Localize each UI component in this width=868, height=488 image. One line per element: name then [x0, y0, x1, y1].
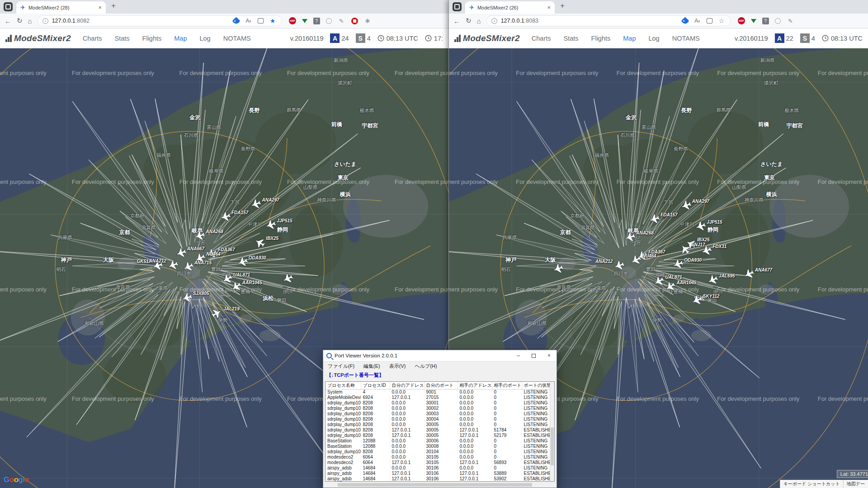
port-table-row[interactable]: sdrplay_dump109082080.0.0.0300040.0.0.00…	[326, 417, 554, 422]
port-table-column-header[interactable]: 相手のポート	[492, 382, 522, 389]
url-text: 127.0.0.1:8083	[501, 18, 538, 24]
immersive-reader-icon[interactable]	[707, 18, 712, 23]
port-table-cell: 30006	[424, 438, 458, 444]
map-place-label: 山梨県	[303, 184, 318, 191]
port-table-cell: 30005	[424, 427, 458, 433]
port-table-row[interactable]: airspy_adsb146840.0.0.0301060.0.0.00LIST…	[326, 465, 554, 471]
port-table-row[interactable]: sdrplay_dump109082080.0.0.0300030.0.0.00…	[326, 411, 554, 417]
port-table-row[interactable]: sdrplay_dump109082080.0.0.0300010.0.0.00…	[326, 400, 554, 406]
download-extension-icon[interactable]	[302, 19, 307, 23]
nav-map[interactable]: Map	[623, 35, 636, 42]
browser-tab[interactable]: ✈ ModeSMixer2 (28) ×	[16, 1, 106, 14]
close-tab-icon[interactable]: ×	[547, 4, 551, 11]
menu-help[interactable]: ヘルプ(H)	[415, 363, 437, 370]
nav-flights[interactable]: Flights	[591, 35, 611, 42]
port-table-column-header[interactable]: 相手のアドレス	[458, 382, 492, 389]
nav-flights[interactable]: Flights	[142, 35, 162, 42]
port-table-cell: 0.0.0.0	[458, 395, 492, 400]
site-info-icon[interactable]: i	[42, 18, 48, 24]
nav-stats[interactable]: Stats	[564, 35, 579, 42]
new-tab-button[interactable]: +	[560, 1, 565, 10]
map-place-label: 岐阜県	[644, 168, 658, 174]
nav-log[interactable]: Log	[199, 35, 210, 42]
close-button[interactable]: ×	[547, 352, 551, 359]
browser-tab[interactable]: ✈ ModeSMixer2 (26) ×	[465, 1, 555, 14]
google-logo[interactable]: Google	[4, 475, 29, 484]
port-table-cell: 0	[492, 455, 522, 460]
port-table-row[interactable]: BaseStation120880.0.0.0300060.0.0.00LIST…	[326, 438, 554, 444]
port-table-row[interactable]: BaseStation120880.0.0.0300080.0.0.00LIST…	[326, 444, 554, 449]
port-table-row[interactable]: airspy_adsb14684127.0.0.130106127.0.0.15…	[326, 471, 554, 476]
port-table-row[interactable]: System40.0.0.090010.0.0.00LISTENING	[326, 389, 554, 395]
port-table-row[interactable]: sdrplay_dump109082080.0.0.0300050.0.0.00…	[326, 422, 554, 427]
port-table-row[interactable]: sdrplay_dump10908208127.0.0.130005127.0.…	[326, 433, 554, 438]
immersive-reader-icon[interactable]	[258, 18, 264, 23]
close-tab-icon[interactable]: ×	[98, 4, 102, 11]
minimize-button[interactable]: –	[517, 352, 520, 359]
port-table-cell: 0.0.0.0	[390, 444, 424, 449]
nav-charts[interactable]: Charts	[532, 35, 551, 42]
refresh-button[interactable]: ↻	[466, 17, 472, 25]
nav-charts[interactable]: Charts	[83, 35, 102, 42]
port-table-cell: 8208	[361, 427, 390, 433]
settings-gear-icon[interactable]: ✱	[364, 17, 372, 25]
port-table-column-header[interactable]: プロセスID	[361, 382, 390, 389]
feather-extension-icon[interactable]: ✎	[338, 17, 345, 25]
nav-notams[interactable]: NOTAMS	[223, 35, 251, 42]
port-table-row[interactable]: sdrplay_dump10908208127.0.0.130005127.0.…	[326, 427, 554, 433]
nav-stats[interactable]: Stats	[115, 35, 130, 42]
address-bar[interactable]: i 127.0.0.1:8083 Aa ☆	[486, 15, 731, 26]
keyboard-shortcuts-button[interactable]: キーボード ショートカット	[780, 480, 843, 488]
port-table-row[interactable]: modesdeco26064127.0.0.130105127.0.0.1568…	[326, 460, 554, 465]
read-aloud-icon[interactable]: Aa	[693, 17, 701, 25]
help-extension-icon[interactable]: ?	[313, 18, 320, 24]
vertical-scrollbar[interactable]	[550, 382, 554, 481]
port-table-row[interactable]: AppleMobileDevi...6924127.0.0.1270150.0.…	[326, 395, 554, 400]
refresh-button[interactable]: ↻	[17, 17, 23, 25]
download-extension-icon[interactable]	[751, 19, 756, 23]
adblock-plus-icon[interactable]: ABP	[289, 17, 296, 24]
home-button[interactable]: ⌂	[28, 17, 32, 25]
address-bar[interactable]: i 127.0.0.1:8082 Aa ★	[38, 15, 282, 26]
map-place-label: 宇都宮	[362, 122, 378, 130]
map-place-label: 東京	[764, 174, 775, 182]
menu-edit[interactable]: 編集(E)	[363, 363, 380, 370]
port-viewer-titlebar[interactable]: Port Viewer Version 2.0.0.1 – ×	[323, 350, 557, 361]
tcp-port-list-link[interactable]: 【↓TCPポート番号一覧】	[323, 371, 557, 380]
horizontal-scrollbar[interactable]	[325, 483, 555, 487]
maximize-button[interactable]	[532, 354, 536, 358]
nav-map[interactable]: Map	[174, 35, 187, 42]
site-info-icon[interactable]: i	[491, 18, 497, 24]
back-button[interactable]: ←	[453, 17, 460, 25]
port-table-header[interactable]: プロセス名称プロセスID自分のアドレス自分のポート相手のアドレス相手のポートポー…	[326, 382, 554, 389]
port-table-row[interactable]: modesdeco260640.0.0.0301050.0.0.00LISTEN…	[326, 455, 554, 460]
feather-extension-icon[interactable]: ✎	[787, 17, 794, 25]
collections-tag-icon[interactable]	[232, 17, 240, 25]
stop-extension-icon[interactable]	[351, 18, 358, 24]
port-table-row[interactable]: sdrplay_dump109082080.0.0.0301040.0.0.00…	[326, 449, 554, 455]
menu-view[interactable]: 表示(V)	[389, 363, 406, 370]
help-extension-icon[interactable]: ?	[762, 18, 769, 24]
port-table-row[interactable]: airspy_adsb14684127.0.0.130106127.0.0.15…	[326, 476, 554, 482]
back-button[interactable]: ←	[5, 17, 11, 25]
read-aloud-icon[interactable]: Aa	[245, 17, 252, 25]
workspaces-icon[interactable]	[4, 2, 13, 11]
favorite-star-icon[interactable]: ★	[269, 17, 277, 25]
menu-file[interactable]: ファイル(F)	[328, 363, 354, 370]
port-table-column-header[interactable]: プロセス名称	[326, 382, 361, 389]
collections-tag-icon[interactable]	[681, 17, 689, 25]
ring-extension-icon[interactable]	[775, 18, 781, 24]
map-data-notice[interactable]: 地図デー	[843, 480, 868, 488]
port-table-column-header[interactable]: 自分のアドレス	[390, 382, 424, 389]
ring-extension-icon[interactable]	[326, 18, 332, 24]
adblock-plus-icon[interactable]: ABP	[738, 17, 745, 24]
nav-log[interactable]: Log	[648, 35, 659, 42]
new-tab-button[interactable]: +	[111, 1, 116, 10]
port-table-column-header[interactable]: 自分のポート	[424, 382, 458, 389]
map-place-label: 長野	[681, 107, 692, 114]
port-table-row[interactable]: sdrplay_dump109082080.0.0.0300020.0.0.00…	[326, 406, 554, 411]
add-favorite-star-icon[interactable]: ☆	[718, 17, 726, 25]
nav-notams[interactable]: NOTAMS	[672, 35, 700, 42]
workspaces-icon[interactable]	[453, 2, 462, 11]
home-button[interactable]: ⌂	[477, 17, 481, 25]
